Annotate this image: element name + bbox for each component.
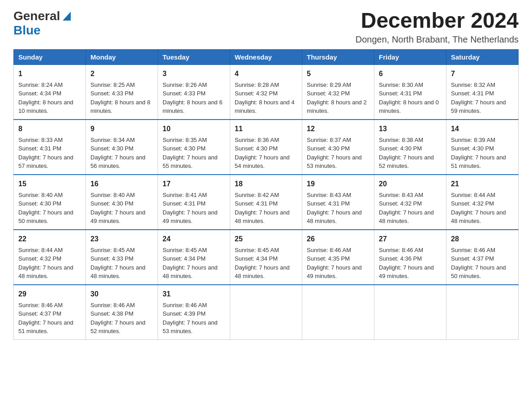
calendar-cell <box>374 285 446 340</box>
day-number: 7 <box>451 68 514 79</box>
day-number: 12 <box>307 124 369 134</box>
calendar-cell: 15Sunrise: 8:40 AMSunset: 4:30 PMDayligh… <box>14 175 86 230</box>
weekday-header-tuesday: Tuesday <box>158 49 230 64</box>
calendar-cell: 17Sunrise: 8:41 AMSunset: 4:31 PMDayligh… <box>158 175 230 230</box>
weekday-header-thursday: Thursday <box>302 49 374 64</box>
calendar-cell: 31Sunrise: 8:46 AMSunset: 4:39 PMDayligh… <box>158 285 230 340</box>
day-number: 9 <box>90 124 153 134</box>
calendar-cell: 10Sunrise: 8:35 AMSunset: 4:30 PMDayligh… <box>158 120 230 175</box>
calendar-cell: 14Sunrise: 8:39 AMSunset: 4:30 PMDayligh… <box>446 120 519 175</box>
calendar-cell: 2Sunrise: 8:25 AMSunset: 4:33 PMDaylight… <box>86 64 158 120</box>
logo: General Blue <box>13 9 71 38</box>
calendar-cell <box>230 285 302 340</box>
weekday-header-saturday: Saturday <box>446 49 519 64</box>
logo-general-text: General <box>13 9 60 23</box>
calendar-body: 1Sunrise: 8:24 AMSunset: 4:34 PMDaylight… <box>14 64 519 339</box>
month-title: December 2024 <box>356 9 519 33</box>
day-number: 17 <box>163 179 225 189</box>
calendar-week-row: 15Sunrise: 8:40 AMSunset: 4:30 PMDayligh… <box>14 175 519 230</box>
logo-blue-text: Blue <box>13 23 41 37</box>
calendar-cell: 7Sunrise: 8:32 AMSunset: 4:31 PMDaylight… <box>446 64 519 120</box>
day-number: 4 <box>235 68 297 79</box>
calendar-cell: 19Sunrise: 8:43 AMSunset: 4:31 PMDayligh… <box>302 175 374 230</box>
day-number: 24 <box>163 234 225 244</box>
calendar-cell: 5Sunrise: 8:29 AMSunset: 4:32 PMDaylight… <box>302 64 374 120</box>
day-number: 6 <box>379 68 442 79</box>
title-section: December 2024 Dongen, North Brabant, The… <box>356 9 519 45</box>
calendar-cell: 21Sunrise: 8:44 AMSunset: 4:32 PMDayligh… <box>446 175 519 230</box>
calendar-cell: 29Sunrise: 8:46 AMSunset: 4:37 PMDayligh… <box>14 285 86 340</box>
weekday-header-sunday: Sunday <box>14 49 86 64</box>
calendar-cell: 4Sunrise: 8:28 AMSunset: 4:32 PMDaylight… <box>230 64 302 120</box>
calendar-cell: 18Sunrise: 8:42 AMSunset: 4:31 PMDayligh… <box>230 175 302 230</box>
calendar-cell: 11Sunrise: 8:36 AMSunset: 4:30 PMDayligh… <box>230 120 302 175</box>
day-number: 26 <box>307 234 369 244</box>
day-number: 21 <box>451 179 514 189</box>
calendar-cell: 22Sunrise: 8:44 AMSunset: 4:32 PMDayligh… <box>14 230 86 285</box>
day-number: 20 <box>379 179 442 189</box>
calendar-cell: 25Sunrise: 8:45 AMSunset: 4:34 PMDayligh… <box>230 230 302 285</box>
day-number: 27 <box>379 234 442 244</box>
calendar-cell: 26Sunrise: 8:46 AMSunset: 4:35 PMDayligh… <box>302 230 374 285</box>
day-number: 1 <box>18 68 81 79</box>
day-number: 16 <box>90 179 153 189</box>
day-number: 13 <box>379 124 442 134</box>
calendar-cell: 9Sunrise: 8:34 AMSunset: 4:30 PMDaylight… <box>86 120 158 175</box>
day-number: 31 <box>163 289 225 300</box>
day-number: 25 <box>235 234 297 244</box>
day-number: 14 <box>451 124 514 134</box>
svg-marker-0 <box>63 12 71 21</box>
page-header: General Blue December 2024 Dongen, North… <box>13 9 519 45</box>
day-number: 10 <box>163 124 225 134</box>
calendar-cell: 23Sunrise: 8:45 AMSunset: 4:33 PMDayligh… <box>86 230 158 285</box>
calendar-cell: 12Sunrise: 8:37 AMSunset: 4:30 PMDayligh… <box>302 120 374 175</box>
logo-triangle-icon <box>61 12 71 21</box>
weekday-header-wednesday: Wednesday <box>230 49 302 64</box>
location-text: Dongen, North Brabant, The Netherlands <box>356 34 519 45</box>
calendar-week-row: 22Sunrise: 8:44 AMSunset: 4:32 PMDayligh… <box>14 230 519 285</box>
calendar-table: SundayMondayTuesdayWednesdayThursdayFrid… <box>13 49 519 340</box>
calendar-cell: 3Sunrise: 8:26 AMSunset: 4:33 PMDaylight… <box>158 64 230 120</box>
weekday-header-row: SundayMondayTuesdayWednesdayThursdayFrid… <box>14 49 519 64</box>
day-number: 29 <box>18 289 81 300</box>
day-number: 18 <box>235 179 297 189</box>
day-number: 2 <box>90 68 153 79</box>
day-number: 15 <box>18 179 81 189</box>
calendar-cell: 8Sunrise: 8:33 AMSunset: 4:31 PMDaylight… <box>14 120 86 175</box>
calendar-cell: 13Sunrise: 8:38 AMSunset: 4:30 PMDayligh… <box>374 120 446 175</box>
calendar-cell: 24Sunrise: 8:45 AMSunset: 4:34 PMDayligh… <box>158 230 230 285</box>
calendar-cell: 1Sunrise: 8:24 AMSunset: 4:34 PMDaylight… <box>14 64 86 120</box>
calendar-cell: 27Sunrise: 8:46 AMSunset: 4:36 PMDayligh… <box>374 230 446 285</box>
day-number: 5 <box>307 68 369 79</box>
calendar-cell: 6Sunrise: 8:30 AMSunset: 4:31 PMDaylight… <box>374 64 446 120</box>
calendar-week-row: 8Sunrise: 8:33 AMSunset: 4:31 PMDaylight… <box>14 120 519 175</box>
calendar-cell <box>302 285 374 340</box>
calendar-cell: 16Sunrise: 8:40 AMSunset: 4:30 PMDayligh… <box>86 175 158 230</box>
weekday-header-monday: Monday <box>86 49 158 64</box>
calendar-cell: 20Sunrise: 8:43 AMSunset: 4:32 PMDayligh… <box>374 175 446 230</box>
calendar-cell <box>446 285 519 340</box>
calendar-cell: 30Sunrise: 8:46 AMSunset: 4:38 PMDayligh… <box>86 285 158 340</box>
day-number: 28 <box>451 234 514 244</box>
calendar-cell: 28Sunrise: 8:46 AMSunset: 4:37 PMDayligh… <box>446 230 519 285</box>
day-number: 8 <box>18 124 81 134</box>
weekday-header-friday: Friday <box>374 49 446 64</box>
day-number: 3 <box>163 68 225 79</box>
calendar-week-row: 29Sunrise: 8:46 AMSunset: 4:37 PMDayligh… <box>14 285 519 340</box>
day-number: 23 <box>90 234 153 244</box>
calendar-week-row: 1Sunrise: 8:24 AMSunset: 4:34 PMDaylight… <box>14 64 519 120</box>
calendar-header: SundayMondayTuesdayWednesdayThursdayFrid… <box>14 49 519 64</box>
day-number: 22 <box>18 234 81 244</box>
day-number: 19 <box>307 179 369 189</box>
day-number: 30 <box>90 289 153 300</box>
day-number: 11 <box>235 124 297 134</box>
